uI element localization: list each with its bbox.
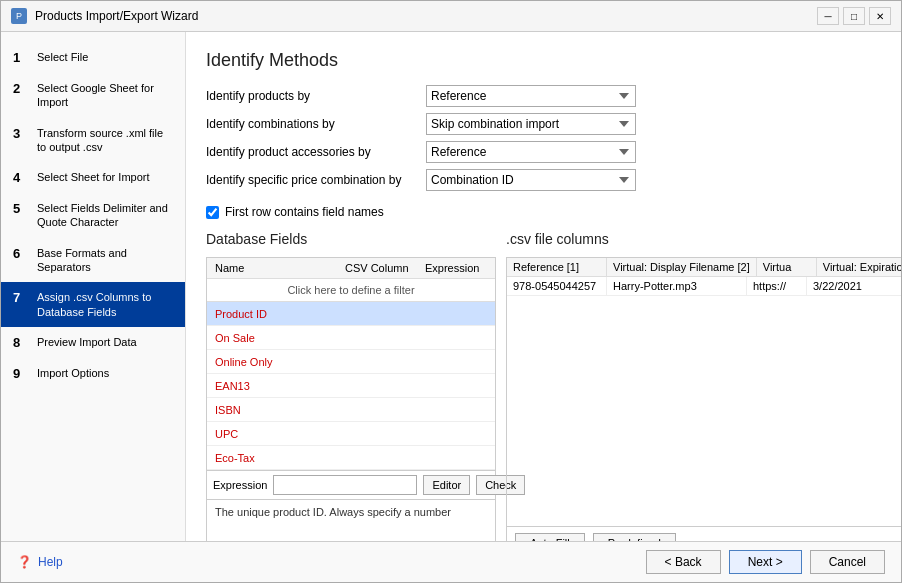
csv-data-display: Harry-Potter.mp3 xyxy=(607,277,747,295)
field-name-on-sale: On Sale xyxy=(215,332,345,344)
sidebar-label-9: Import Options xyxy=(37,366,109,380)
footer-buttons: < Back Next > Cancel xyxy=(646,550,885,574)
csv-data-expiration: 3/22/2021 xyxy=(807,277,901,295)
identify-accessories-select[interactable]: Reference xyxy=(426,141,636,163)
sidebar-num-3: 3 xyxy=(13,126,29,141)
title-bar: P Products Import/Export Wizard ─ □ ✕ xyxy=(1,1,901,32)
identify-combinations-select[interactable]: Skip combination import xyxy=(426,113,636,135)
window-title: Products Import/Export Wizard xyxy=(35,9,198,23)
sidebar-num-1: 1 xyxy=(13,50,29,65)
csv-data-ref: 978-0545044257 xyxy=(507,277,607,295)
field-row-isbn[interactable]: ISBN xyxy=(207,398,495,422)
identify-accessories-label: Identify product accessories by xyxy=(206,145,426,159)
sidebar-num-6: 6 xyxy=(13,246,29,261)
content-area: 1Select File2Select Google Sheet for Imp… xyxy=(1,32,901,541)
close-button[interactable]: ✕ xyxy=(869,7,891,25)
csv-columns-panel: Reference [1] Virtual: Display Filename … xyxy=(506,257,901,541)
db-fields-title: Database Fields xyxy=(206,231,496,247)
first-row-checkbox[interactable] xyxy=(206,206,219,219)
sidebar-item-6[interactable]: 6Base Formats and Separators xyxy=(1,238,185,283)
field-row-on-sale[interactable]: On Sale xyxy=(207,326,495,350)
back-button[interactable]: < Back xyxy=(646,550,721,574)
field-name-eco-tax: Eco-Tax xyxy=(215,452,345,464)
sidebar-item-3[interactable]: 3Transform source .xml file to output .c… xyxy=(1,118,185,163)
csv-columns-title: .csv file columns xyxy=(506,231,881,247)
csv-header-ref: Reference [1] xyxy=(507,258,607,276)
csv-header-row: Reference [1] Virtual: Display Filename … xyxy=(507,258,901,277)
predefined-button[interactable]: Predefined xyxy=(593,533,676,541)
field-name-upc: UPC xyxy=(215,428,345,440)
first-row-label: First row contains field names xyxy=(225,205,384,219)
sidebar-label-2: Select Google Sheet for Import xyxy=(37,81,173,110)
sidebar-num-5: 5 xyxy=(13,201,29,216)
sidebar-label-4: Select Sheet for Import xyxy=(37,170,150,184)
field-row-eco-tax[interactable]: Eco-Tax xyxy=(207,446,495,470)
field-list: Product ID On Sale Online Only xyxy=(207,302,495,470)
editor-button[interactable]: Editor xyxy=(423,475,470,495)
sidebar-label-5: Select Fields Delimiter and Quote Charac… xyxy=(37,201,173,230)
sidebar-item-4[interactable]: 4Select Sheet for Import xyxy=(1,162,185,193)
footer: ❓ Help < Back Next > Cancel xyxy=(1,541,901,582)
field-name-online-only: Online Only xyxy=(215,356,345,368)
csv-header-expiration: Virtual: Expiration Date [4] xyxy=(817,258,901,276)
page-title: Identify Methods xyxy=(206,50,881,71)
col-name-header: Name xyxy=(215,262,345,274)
sidebar-num-4: 4 xyxy=(13,170,29,185)
help-link[interactable]: ❓ Help xyxy=(17,555,63,569)
csv-action-row: Auto Fill Predefined Clear xyxy=(507,526,901,541)
sidebar-item-8[interactable]: 8Preview Import Data xyxy=(1,327,185,358)
identify-row-2: Identify combinations by Skip combinatio… xyxy=(206,113,881,135)
help-label: Help xyxy=(38,555,63,569)
identify-row-3: Identify product accessories by Referenc… xyxy=(206,141,881,163)
sidebar-label-8: Preview Import Data xyxy=(37,335,137,349)
sidebar-item-5[interactable]: 5Select Fields Delimiter and Quote Chara… xyxy=(1,193,185,238)
minimize-button[interactable]: ─ xyxy=(817,7,839,25)
sidebar-num-2: 2 xyxy=(13,81,29,96)
identify-row-4: Identify specific price combination by C… xyxy=(206,169,881,191)
filter-row[interactable]: Click here to define a filter xyxy=(207,279,495,302)
cancel-button[interactable]: Cancel xyxy=(810,550,885,574)
field-row-ean13[interactable]: EAN13 xyxy=(207,374,495,398)
identify-price-label: Identify specific price combination by xyxy=(206,173,426,187)
identify-products-select[interactable]: Reference xyxy=(426,85,636,107)
field-name-isbn: ISBN xyxy=(215,404,345,416)
col-csv-header: CSV Column xyxy=(345,262,425,274)
expression-input[interactable] xyxy=(273,475,417,495)
identify-section: Identify products by Reference Identify … xyxy=(206,85,881,191)
identify-combinations-label: Identify combinations by xyxy=(206,117,426,131)
sidebar-item-2[interactable]: 2Select Google Sheet for Import xyxy=(1,73,185,118)
db-fields-panel: Name CSV Column Expression Click here to… xyxy=(206,257,496,541)
main-content: Identify Methods Identify products by Re… xyxy=(186,32,901,541)
sidebar-item-1[interactable]: 1Select File xyxy=(1,42,185,73)
sidebar-label-7: Assign .csv Columns to Database Fields xyxy=(37,290,173,319)
section-titles: Database Fields .csv file columns xyxy=(206,231,881,253)
sidebar-num-8: 8 xyxy=(13,335,29,350)
field-row-upc[interactable]: UPC xyxy=(207,422,495,446)
help-icon: ❓ xyxy=(17,555,32,569)
csv-data-virtua: https:// xyxy=(747,277,807,295)
col-expr-header: Expression xyxy=(425,262,487,274)
identify-price-select[interactable]: Combination ID xyxy=(426,169,636,191)
csv-header-virtua: Virtua xyxy=(757,258,817,276)
sidebar-num-9: 9 xyxy=(13,366,29,381)
field-row-online-only[interactable]: Online Only xyxy=(207,350,495,374)
maximize-button[interactable]: □ xyxy=(843,7,865,25)
csv-header-display: Virtual: Display Filename [2] xyxy=(607,258,757,276)
description-box: The unique product ID. Always specify a … xyxy=(207,499,495,541)
first-row-checkbox-row: First row contains field names xyxy=(206,205,881,219)
sidebar-item-9[interactable]: 9Import Options xyxy=(1,358,185,389)
sidebar: 1Select File2Select Google Sheet for Imp… xyxy=(1,32,186,541)
sidebar-item-7[interactable]: 7Assign .csv Columns to Database Fields xyxy=(1,282,185,327)
description-text: The unique product ID. Always specify a … xyxy=(215,506,451,518)
auto-fill-button[interactable]: Auto Fill xyxy=(515,533,585,541)
field-row-product-id[interactable]: Product ID xyxy=(207,302,495,326)
field-name-ean13: EAN13 xyxy=(215,380,345,392)
csv-data-row-1: 978-0545044257 Harry-Potter.mp3 https://… xyxy=(507,277,901,296)
title-bar-left: P Products Import/Export Wizard xyxy=(11,8,198,24)
sidebar-label-6: Base Formats and Separators xyxy=(37,246,173,275)
app-icon: P xyxy=(11,8,27,24)
sidebar-label-3: Transform source .xml file to output .cs… xyxy=(37,126,173,155)
expression-bar: Expression Editor Check xyxy=(207,470,495,499)
next-button[interactable]: Next > xyxy=(729,550,802,574)
identify-products-label: Identify products by xyxy=(206,89,426,103)
